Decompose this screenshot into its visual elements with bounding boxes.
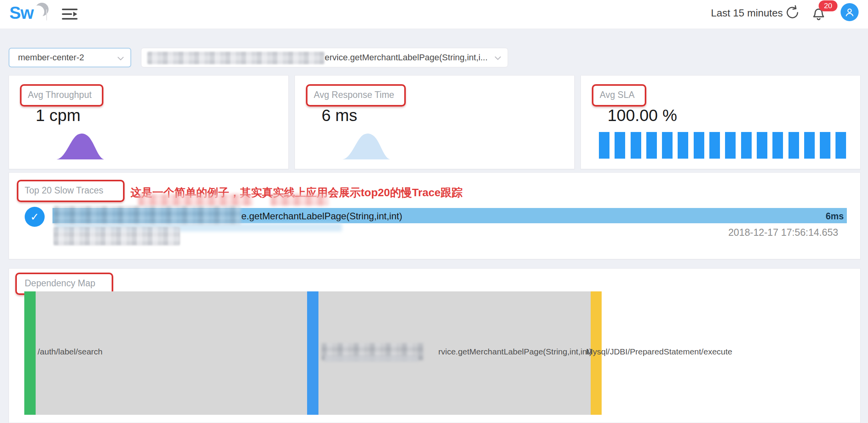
sla-bar [804,132,815,159]
time-range-selector[interactable]: Last 15 minutes [711,7,783,19]
response-time-sparkline [341,130,391,159]
refresh-icon [785,5,800,20]
sla-bar [788,132,799,159]
header-divider [46,9,47,20]
chevron-down-icon [494,56,501,60]
avg-response-time-card: Avg Response Time 6 ms [295,75,575,169]
redacted-endpoint-prefix [147,52,324,64]
dependency-map-card: Dependency Map /auth/label/search rvice.… [9,268,861,423]
user-avatar[interactable] [841,3,859,21]
dependency-node-label: rvice.getMerchantLabelPage(String,int,in… [438,347,592,356]
metric-value: 6 ms [322,106,357,125]
redaction-blur [271,194,329,206]
redaction-blur [138,194,253,206]
sla-bar [646,132,657,159]
refresh-button[interactable] [785,5,800,20]
notification-count-badge: 20 [819,0,837,11]
redaction-blur [325,356,418,362]
trace-timestamp: 2018-12-17 17:56:14.653 [728,227,838,238]
avg-sla-card: Avg SLA 100.00 % [580,75,861,169]
sidebar-toggle-button[interactable] [61,7,78,22]
node-service-method[interactable] [307,291,318,415]
sla-bar [835,132,846,159]
dependency-map-title: Dependency Map [25,278,95,289]
sla-bar [615,132,625,159]
dependency-node-label: /auth/label/search [38,347,103,356]
red-annotation-box: Avg Response Time [306,84,406,107]
menu-icon [61,7,78,22]
sla-bar [709,132,720,159]
sla-bar [757,132,767,159]
service-selector[interactable]: member-center-2 [9,48,131,67]
slow-traces-title: Top 20 Slow Traces [25,185,103,196]
sla-bar [820,132,830,159]
dependency-node-label: Mysql/JDBI/PreparedStatement/execute [586,347,732,356]
sla-bar [599,132,609,159]
trace-selected-check[interactable]: ✓ [25,207,45,227]
slow-traces-card: Top 20 Slow Traces 这是一个简单的例子，其实真实线上应用会展示… [9,172,861,259]
check-icon: ✓ [30,211,39,223]
node-entry-endpoint[interactable] [24,291,36,415]
redacted-trace-id [53,227,180,246]
skywalking-dashboard: Sw Last 15 minutes 20 [0,0,868,423]
metric-value: 1 cpm [36,106,80,125]
sla-bar [694,132,704,159]
metric-label: Avg Throughput [28,90,92,100]
sla-bar [678,132,688,159]
endpoint-selector[interactable]: ervice.getMerchantLabelPage(String,int,i… [141,48,508,67]
sla-bar [631,132,641,159]
redacted-trace-prefix [54,206,241,225]
red-annotation-box: Avg SLA [592,84,646,107]
person-icon [844,6,855,18]
top-bar: Sw Last 15 minutes 20 [0,0,868,29]
sla-bar-chart [599,132,850,159]
logo-text: Sw [9,3,34,23]
sla-bar [662,132,673,159]
service-selector-value: member-center-2 [18,52,84,63]
metric-value: 100.00 % [608,106,677,125]
sla-bar [725,132,736,159]
sla-bar [772,132,783,159]
metric-label: Avg SLA [600,90,635,100]
avg-throughput-card: Avg Throughput 1 cpm [9,75,289,169]
chevron-down-icon [117,56,124,61]
trace-endpoint-label: e.getMerchantLabelPage(String,int,int) [241,211,402,222]
sla-bar [741,132,752,159]
endpoint-selector-value: ervice.getMerchantLabelPage(String,int,i… [325,52,488,63]
red-annotation-box: Avg Throughput [20,84,103,107]
trace-duration: 6ms [826,211,844,222]
throughput-sparkline [55,130,105,159]
red-annotation-box: Top 20 Slow Traces [17,180,125,202]
metric-label: Avg Response Time [314,90,394,100]
